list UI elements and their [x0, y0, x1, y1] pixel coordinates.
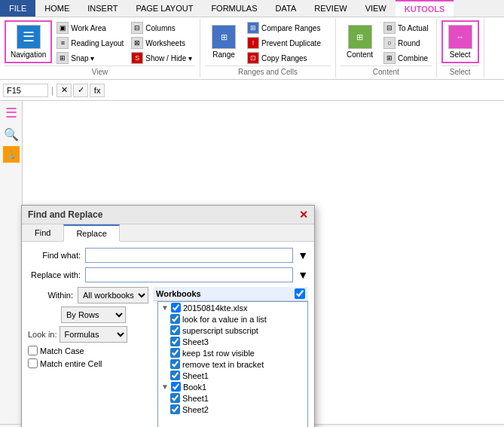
search-order-select[interactable]: By Rows By Columns — [61, 307, 126, 323]
tree-sheet-look[interactable]: look for a value in a list — [158, 313, 307, 325]
tree-wb-1[interactable]: ▼ 20150814kte.xlsx — [158, 302, 307, 313]
to-actual-icon: ⊟ — [383, 22, 396, 34]
tab-view[interactable]: VIEW — [356, 0, 396, 17]
ribbon: FILE HOME INSERT PAGE LAYOUT FORMULAS DA… — [0, 0, 504, 80]
workbooks-panel-container: Workbooks ▼ 20150814kte.xlsx look for a … — [153, 287, 308, 427]
tab-insert[interactable]: INSERT — [78, 0, 127, 17]
sheet1-wb1-checkbox[interactable] — [170, 371, 180, 380]
columns-button[interactable]: ⊟ Columns — [128, 20, 195, 35]
match-case-check: Match Case — [28, 346, 148, 355]
sidebar-search-icon[interactable]: 🔍 — [2, 125, 20, 143]
content-group-label: Content — [341, 66, 432, 76]
tab-page-layout[interactable]: PAGE LAYOUT — [127, 0, 202, 17]
sheet2-wb2-checkbox[interactable] — [170, 404, 180, 414]
tree-sheet1-wb1[interactable]: Sheet1 — [158, 370, 307, 381]
select-group-label: Select — [441, 66, 479, 76]
wb2-checkbox[interactable] — [171, 382, 181, 392]
look-in-select[interactable]: Formulas Values Comments — [60, 326, 127, 343]
tab-file[interactable]: FILE — [0, 0, 35, 17]
select-button[interactable]: ↔ Select — [441, 20, 479, 63]
sheet-look-checkbox[interactable] — [170, 314, 180, 324]
dialog-tab-find[interactable]: Find — [22, 224, 63, 241]
sidebar-anchor-icon[interactable]: ⚓ — [3, 146, 20, 163]
match-case-checkbox[interactable] — [28, 346, 38, 355]
find-dropdown-button[interactable]: ▼ — [298, 249, 308, 261]
snap-button[interactable]: ⊞ Snap ▾ — [53, 50, 127, 66]
tab-home[interactable]: HOME — [35, 0, 78, 17]
tree-sheet-keep[interactable]: keep 1st row visible — [158, 347, 307, 358]
view-column2: ⊟ Columns ⊠ Worksheets S Show / Hide ▾ — [128, 20, 195, 66]
tree-sheet-remove[interactable]: remove text in bracket — [158, 358, 307, 370]
navigation-label: Navigation — [11, 50, 46, 59]
prevent-icon: ! — [247, 37, 259, 49]
sheet1-wb2-checkbox[interactable] — [170, 393, 180, 403]
find-what-input[interactable] — [85, 248, 293, 263]
tree-sheet-super[interactable]: superscript subscript — [158, 325, 307, 336]
find-what-row: Find what: ▼ — [28, 248, 308, 263]
worksheets-icon: ⊠ — [131, 37, 143, 49]
dialog-titlebar: Find and Replace ✕ — [22, 206, 314, 224]
range-button[interactable]: ⊞ Range — [205, 20, 243, 63]
navigation-icon: ☰ — [17, 25, 41, 49]
replace-dropdown-button[interactable]: ▼ — [298, 269, 308, 281]
copy-icon: ⊡ — [247, 52, 259, 64]
sheet-keep-checkbox[interactable] — [170, 348, 180, 358]
within-select[interactable]: All workbooks Workbook Sheet — [78, 287, 148, 303]
tab-review[interactable]: REVIEW — [305, 0, 356, 17]
to-actual-button[interactable]: ⊟ To Actual — [380, 20, 432, 35]
work-area-button[interactable]: ▣ Work Area — [53, 20, 127, 35]
tree-sheet3[interactable]: Sheet3 — [158, 336, 307, 347]
dialog-close-button[interactable]: ✕ — [299, 209, 308, 221]
tab-data[interactable]: DATA — [267, 0, 306, 17]
cell-reference-input[interactable] — [3, 84, 48, 97]
group-view: ☰ Navigation ▣ Work Area ≡ Reading Layou… — [0, 19, 200, 78]
within-label: Within: — [28, 291, 73, 300]
wb1-checkbox[interactable] — [171, 303, 181, 313]
confirm-formula-button[interactable]: ✓ — [73, 84, 88, 97]
round-icon: ○ — [383, 37, 396, 49]
tab-kutools[interactable]: KUTOOLS — [396, 0, 454, 17]
sidebar-nav-icon[interactable]: ☰ — [2, 104, 20, 122]
replace-with-row: Replace with: ▼ — [28, 267, 308, 282]
sheet3-label: Sheet3 — [182, 337, 209, 346]
sheet-super-checkbox[interactable] — [170, 325, 180, 335]
compare-ranges-button[interactable]: ⊞ Compare Ranges — [244, 20, 324, 35]
group-content: ⊞ Content ⊟ To Actual ○ Round ⊞ Combine — [336, 19, 437, 78]
content-icon: ⊞ — [348, 25, 372, 49]
workbooks-panel-header: Workbooks — [153, 287, 308, 301]
work-area-icon: ▣ — [57, 22, 69, 34]
combine-icon: ⊞ — [383, 52, 396, 64]
tree-wb-2[interactable]: ▼ Book1 — [158, 381, 307, 392]
formula-input[interactable] — [108, 86, 501, 95]
snap-icon: ⊞ — [57, 52, 69, 64]
workbooks-all-checkbox[interactable] — [295, 288, 305, 299]
cancel-formula-button[interactable]: ✕ — [57, 84, 72, 97]
round-button[interactable]: ○ Round — [380, 35, 432, 50]
sheet-remove-checkbox[interactable] — [170, 359, 180, 369]
dialog-tabs: Find Replace — [22, 224, 314, 242]
prevent-duplicate-button[interactable]: ! Prevent Duplicate — [244, 35, 324, 50]
replace-with-input[interactable] — [85, 267, 293, 282]
group-view-items: ☰ Navigation ▣ Work Area ≡ Reading Layou… — [5, 20, 195, 66]
tab-formulas[interactable]: FORMULAS — [202, 0, 266, 17]
ranges-group-label: Ranges and Cells — [205, 66, 331, 76]
find-what-label: Find what: — [28, 251, 81, 260]
match-cell-label: Match entire Cell — [40, 359, 102, 368]
fx-button[interactable]: fx — [90, 84, 105, 97]
dialog-title: Find and Replace — [28, 209, 102, 220]
sheet3-checkbox[interactable] — [170, 337, 180, 346]
match-cell-checkbox[interactable] — [28, 358, 38, 368]
copy-ranges-button[interactable]: ⊡ Copy Ranges — [244, 50, 324, 66]
dialog-tab-replace[interactable]: Replace — [63, 224, 119, 242]
workbooks-tree[interactable]: ▼ 20150814kte.xlsx look for a value in a… — [157, 301, 308, 427]
worksheets-button[interactable]: ⊠ Worksheets — [128, 35, 195, 50]
show-hide-button[interactable]: S Show / Hide ▾ — [128, 50, 195, 66]
content-button[interactable]: ⊞ Content — [341, 20, 379, 63]
reading-layout-button[interactable]: ≡ Reading Layout — [53, 35, 127, 50]
tree-sheet1-wb2[interactable]: Sheet1 — [158, 392, 307, 404]
tree-sheet2-wb2[interactable]: Sheet2 — [158, 404, 307, 415]
match-cell-check: Match entire Cell — [28, 358, 148, 368]
content-items: ⊞ Content ⊟ To Actual ○ Round ⊞ Combine — [341, 20, 432, 66]
combine-button[interactable]: ⊞ Combine — [380, 50, 432, 66]
navigation-button[interactable]: ☰ Navigation — [5, 20, 52, 63]
